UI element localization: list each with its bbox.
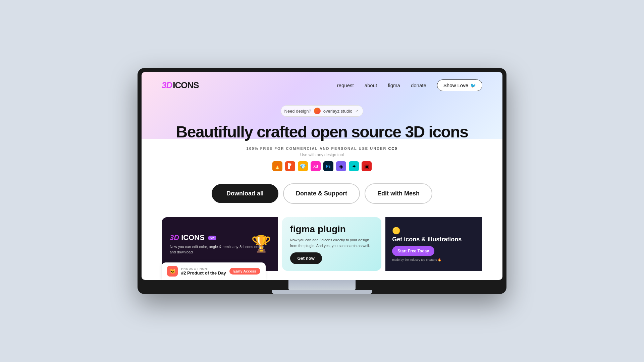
tools-label: Use with any design tool — [155, 153, 489, 157]
nav-request[interactable]: request — [337, 82, 354, 88]
hero-section: Need design? overlayz studio ↗ Beautiful… — [142, 99, 502, 217]
subtitle-text: 100% FREE FOR COMMERCIAL AND PERSONAL US… — [247, 146, 387, 150]
promo-small: made by the industry top creators 🔥 — [392, 258, 476, 261]
promo-card: 🟡 Get icons & illustrations Start Free T… — [385, 217, 482, 271]
logo-3d: 3D — [162, 80, 172, 90]
product-hunt-bar: 🐱 PRODUCT HUNT #2 Product of the Day Ear… — [162, 262, 266, 280]
figma-card-desc: Now you can add 3dicons directly to your… — [290, 237, 374, 248]
figma-card-title: figma plugin — [290, 224, 374, 235]
promo-title: Get icons & illustrations — [392, 236, 476, 243]
v2-logo-name: ICONS — [181, 233, 205, 242]
tool-icons: 🔥 💎 Xd Ps ◈ ✦ ▣ — [155, 161, 489, 171]
sketch-icon: 💎 — [298, 161, 308, 171]
badge-arrow: ↗ — [355, 109, 358, 113]
design-badge[interactable]: Need design? overlayz studio ↗ — [281, 105, 364, 117]
monitor-stand — [288, 280, 356, 290]
hero-subtitle: 100% FREE FOR COMMERCIAL AND PERSONAL US… — [155, 146, 489, 150]
procreate-icon: ▣ — [362, 161, 372, 171]
ph-avatar: 🐱 — [167, 266, 178, 277]
show-love-button[interactable]: Show Love 🐦 — [437, 79, 482, 91]
trophy-icon: 🏆 — [251, 235, 271, 253]
ph-text: PRODUCT HUNT #2 Product of the Day — [181, 267, 226, 276]
ph-badge[interactable]: Early Access — [229, 268, 260, 275]
donate-button[interactable]: Donate & Support — [283, 183, 360, 204]
nav-about[interactable]: about — [365, 82, 377, 88]
ph-rank: #2 Product of the Day — [181, 270, 226, 276]
affinity-icon: ◈ — [336, 161, 346, 171]
start-free-button[interactable]: Start Free Today — [392, 246, 434, 256]
hero-title: Beautifully crafted open source 3D icons — [155, 123, 489, 141]
photoshop-icon: Ps — [323, 161, 333, 171]
download-all-button[interactable]: Download all — [212, 184, 278, 203]
logo-icons: ICONS — [173, 80, 199, 90]
navbar: 3D ICONS request about figma donate Show… — [142, 72, 502, 99]
v2-logo-prefix: 3D — [170, 233, 179, 242]
show-love-label: Show Love — [443, 82, 468, 88]
screen: 3D ICONS request about figma donate Show… — [142, 72, 502, 280]
vectornator-icon: ✦ — [349, 161, 359, 171]
license-badge: CC0 — [388, 146, 397, 150]
logo: 3D ICONS — [162, 80, 199, 90]
xd-icon: Xd — [311, 161, 321, 171]
nav-donate[interactable]: donate — [411, 82, 426, 88]
get-now-button[interactable]: Get now — [290, 252, 322, 264]
monitor: 3D ICONS request about figma donate Show… — [138, 68, 506, 294]
v2-badge: V2 — [208, 236, 216, 240]
figma-card: figma plugin Now you can add 3dicons dir… — [282, 217, 382, 271]
cta-buttons: Download all Donate & Support Edit with … — [155, 183, 489, 204]
badge-studio: overlayz studio — [323, 109, 353, 114]
nav-links: request about figma donate Show Love 🐦 — [337, 79, 482, 91]
nav-figma[interactable]: figma — [388, 82, 400, 88]
twitter-icon: 🐦 — [470, 83, 476, 88]
edit-with-mesh-button[interactable]: Edit with Mesh — [365, 183, 432, 204]
monitor-base — [272, 290, 372, 294]
figma-icon — [285, 161, 295, 171]
promo-logo: 🟡 — [392, 227, 476, 235]
blender-icon: 🔥 — [272, 161, 282, 171]
overlayz-logo — [314, 108, 321, 114]
ph-label: PRODUCT HUNT — [181, 267, 226, 270]
badge-prefix: Need design? — [284, 109, 311, 114]
